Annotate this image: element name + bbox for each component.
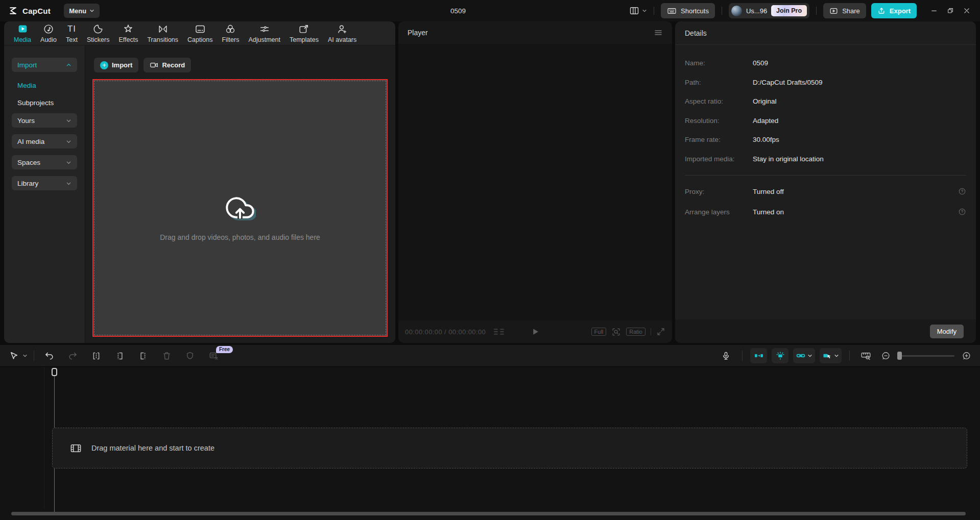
snapping-button[interactable] (772, 348, 788, 363)
horizontal-scrollbar[interactable] (11, 512, 966, 515)
share-icon (829, 7, 838, 15)
player-panel: Player 00:00:00:00 / 00:00:00:00 Full (398, 21, 672, 343)
player-viewport[interactable] (398, 44, 672, 320)
sidebar-item-import[interactable]: Import (12, 58, 77, 72)
tab-captions[interactable]: Captions (183, 23, 217, 43)
sidebar-item-subprojects[interactable]: Subprojects (12, 96, 77, 110)
divider (34, 351, 34, 361)
divider (654, 7, 654, 15)
shortcuts-button[interactable]: Shortcuts (661, 3, 715, 18)
select-clip-icon (822, 351, 832, 361)
sidebar-item-media[interactable]: Media (12, 79, 77, 92)
mask-button[interactable] (178, 351, 202, 360)
full-preview-button[interactable]: Full (591, 328, 607, 336)
link-icon (796, 351, 806, 361)
media-icon (17, 23, 28, 35)
player-menu-button[interactable] (654, 28, 663, 37)
tab-media[interactable]: Media (9, 23, 36, 43)
detail-row-path: Path: D:/CapCut Drafts/0509 (685, 73, 966, 92)
help-icon[interactable] (958, 187, 966, 195)
slider-handle[interactable] (897, 352, 902, 360)
delete-button[interactable] (155, 351, 178, 361)
divider (722, 7, 722, 15)
player-controls: 00:00:00:00 / 00:00:00:00 Full (398, 320, 672, 343)
sidebar-item-yours[interactable]: Yours (12, 113, 77, 128)
details-title: Details (675, 21, 976, 45)
divider (742, 351, 743, 361)
export-icon (877, 7, 886, 15)
divider (44, 367, 44, 509)
templates-icon (298, 23, 309, 35)
restore-button[interactable] (942, 3, 959, 18)
sidebar-item-spaces[interactable]: Spaces (12, 155, 77, 169)
zoom-fit-button[interactable] (611, 327, 621, 337)
track-drop-placeholder[interactable]: Drag material here and start to create (52, 428, 967, 468)
import-button[interactable]: + Import (94, 58, 138, 72)
ratio-button[interactable]: Ratio (626, 328, 646, 336)
free-badge: Free (216, 346, 233, 353)
record-button[interactable]: Record (144, 58, 191, 72)
share-button[interactable]: Share (823, 3, 866, 18)
redo-button[interactable] (61, 351, 84, 361)
tab-filters[interactable]: Filters (217, 23, 244, 43)
tab-transitions[interactable]: Transitions (142, 23, 183, 43)
details-panel: Details Name: 0509 Path: D:/CapCut Draft… (675, 21, 976, 343)
magnet-snap-icon (775, 351, 785, 361)
timeline-scale-button[interactable] (857, 351, 874, 361)
adjustment-icon (259, 23, 270, 35)
star-icon (123, 23, 134, 35)
dropzone-hint: Drag and drop videos, photos, and audio … (160, 233, 320, 241)
link-clips-button[interactable] (793, 348, 815, 363)
fullscreen-button[interactable] (656, 327, 665, 336)
close-button[interactable] (959, 3, 975, 18)
minimize-button[interactable] (926, 3, 942, 18)
transitions-icon (157, 23, 169, 35)
tab-ai-avatars[interactable]: AI avatars (323, 23, 361, 43)
menu-button[interactable]: Menu (64, 4, 100, 18)
zoom-in-button[interactable] (959, 351, 973, 361)
chevron-down-icon (642, 8, 647, 13)
sidebar-item-library[interactable]: Library (12, 176, 77, 190)
divider (849, 351, 850, 361)
titlebar: CapCut Menu 0509 Shortcuts (0, 0, 980, 21)
tab-text[interactable]: TI Text (61, 23, 82, 43)
help-icon[interactable] (958, 208, 966, 216)
join-pro-button[interactable]: Join Pro (771, 5, 807, 16)
tab-adjustment[interactable]: Adjustment (244, 23, 285, 43)
timeline-tracks[interactable]: Drag material here and start to create (0, 366, 980, 520)
detail-row-name: Name: 0509 (685, 54, 966, 73)
preview-grid-icon[interactable] (493, 328, 505, 336)
zoom-out-button[interactable] (878, 351, 893, 361)
timeline-zoom-slider[interactable] (897, 352, 954, 360)
text-icon: TI (67, 23, 76, 35)
chevron-up-icon (66, 62, 71, 68)
track-selection-button[interactable] (820, 348, 842, 363)
modify-button[interactable]: Modify (930, 325, 964, 338)
detail-row-aspect-ratio: Aspect ratio: Original (685, 92, 966, 111)
tab-templates[interactable]: Templates (285, 23, 323, 43)
tab-stickers[interactable]: Stickers (82, 23, 114, 43)
detail-row-arrange-layers: Arrange layers Turned on (685, 202, 966, 222)
select-tool-button[interactable] (7, 351, 31, 361)
play-button[interactable] (531, 327, 540, 336)
delete-right-button[interactable] (131, 351, 155, 361)
tab-effects[interactable]: Effects (114, 23, 142, 43)
chevron-down-icon (834, 353, 839, 358)
split-button[interactable] (84, 351, 108, 361)
import-dropzone[interactable]: Drag and drop videos, photos, and audio … (92, 79, 388, 337)
sidebar-item-ai-media[interactable]: AI media (12, 134, 77, 148)
undo-button[interactable] (37, 351, 61, 361)
chevron-down-icon (66, 118, 71, 123)
close-gap-icon (754, 351, 764, 361)
workspace-layout-button[interactable] (629, 6, 647, 16)
tab-audio[interactable]: Audio (36, 23, 61, 43)
detail-row-frame-rate: Frame rate: 30.00fps (685, 130, 966, 150)
delete-left-button[interactable] (108, 351, 131, 361)
auto-remove-gaps-button[interactable] (750, 348, 767, 363)
record-voiceover-button[interactable] (717, 351, 734, 361)
playhead-handle[interactable] (52, 368, 57, 376)
export-button[interactable]: Export (871, 3, 917, 18)
chevron-down-icon (66, 160, 71, 165)
user-account-chip[interactable]: Us...96 Join Pro (729, 3, 809, 18)
divider (685, 175, 966, 176)
